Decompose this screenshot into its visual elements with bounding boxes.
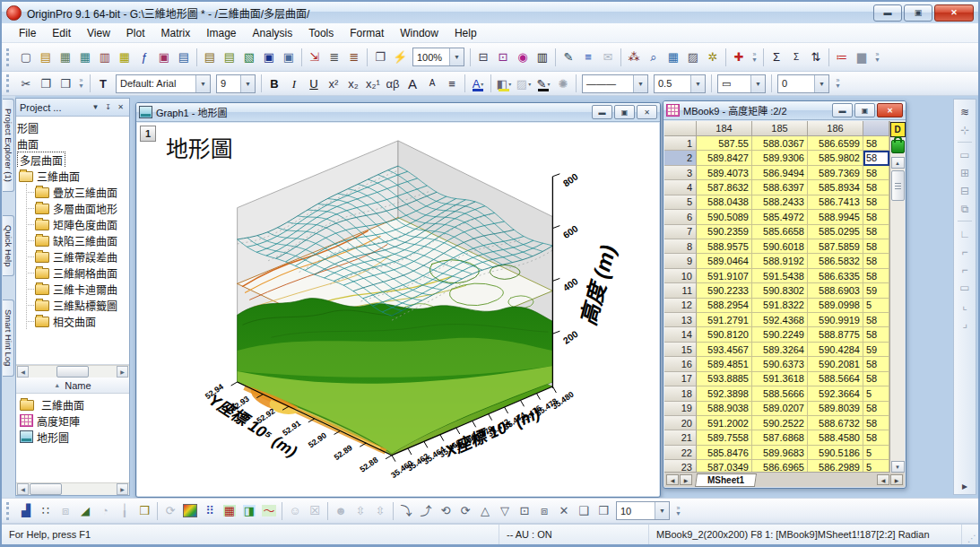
matrix-cell[interactable]: 590.2359 — [697, 225, 752, 239]
decrease-font-button[interactable]: A — [422, 74, 442, 93]
matrix-row-header[interactable]: 19 — [664, 402, 697, 416]
matrix-cell[interactable]: 588.8775 — [808, 327, 863, 342]
matrix-cell-partial[interactable]: 58 — [863, 357, 889, 371]
line-color-button[interactable]: ✎▾ — [533, 74, 553, 93]
matrix-row-header[interactable]: 23 — [664, 460, 697, 472]
menu-file[interactable]: File — [11, 25, 44, 41]
layers-icon[interactable]: ≡ — [578, 48, 598, 66]
matrix-corner-cell[interactable] — [664, 121, 697, 136]
mask-range-icon[interactable]: ☒ — [305, 501, 325, 520]
pin-icon[interactable]: ↧ — [103, 103, 113, 111]
file-list-horizontal-scrollbar[interactable]: ◀ ▶ — [16, 482, 129, 495]
rotation-angle-select[interactable]: 10▼ — [616, 501, 670, 520]
matrix-cell[interactable]: 593.4567 — [697, 343, 752, 357]
align-button[interactable]: ≡ — [442, 74, 462, 93]
tree-subfolder[interactable]: 三維帶誤差曲 — [28, 248, 129, 265]
matrix-cell[interactable]: 589.8039 — [808, 402, 863, 416]
matrix-cell-partial[interactable]: 58 — [863, 416, 889, 430]
supersubscript-button[interactable]: x₂¹ — [363, 74, 383, 93]
import-wizard-icon[interactable]: ⇲ — [305, 48, 325, 66]
decrease-perspective-icon[interactable]: ▽ — [495, 501, 515, 520]
font-size-select[interactable]: 9▼ — [216, 74, 256, 93]
first-sheet-icon[interactable]: ◀ — [666, 474, 679, 485]
column-plot-icon[interactable]: ▟ — [16, 501, 36, 520]
matrix-window-title-bar[interactable]: MBook9 - 高度矩陣 :2/2 ▬ ▣ ✕ — [663, 101, 906, 120]
cube-large-icon[interactable]: ❒ — [594, 501, 613, 520]
results-log-icon[interactable]: ▦ — [663, 48, 683, 66]
matrix-cell-partial[interactable]: 58 — [863, 402, 889, 416]
tree-subfolder[interactable]: 疊放三維曲面 — [28, 184, 129, 200]
matrix-cell[interactable]: 585.9802 — [808, 151, 863, 165]
restore-icon[interactable]: ▣ — [614, 105, 635, 119]
matrix-cell-partial[interactable]: 58 — [863, 195, 889, 210]
import-multiple-icon[interactable]: ≣ — [344, 48, 364, 66]
font-color-button[interactable]: A▾ — [468, 74, 488, 93]
matrix-row-header[interactable]: 1 — [664, 136, 697, 151]
matrix-cell-partial[interactable]: 58 — [863, 254, 889, 268]
rescale-axes-icon[interactable]: ⊹ — [956, 121, 974, 138]
tree-subfolder[interactable]: 多層曲面地形 — [28, 200, 129, 216]
toolbar-overflow-button[interactable]: »▼ — [872, 48, 883, 67]
matrix-vertical-scrollbar[interactable]: D ▲ ▼ — [889, 121, 905, 473]
matrix-cell[interactable]: 587.8632 — [697, 180, 752, 195]
minimize-icon[interactable]: ▬ — [832, 103, 853, 117]
import-ascii-icon[interactable]: ≣ — [325, 48, 344, 66]
new-notes-icon[interactable]: ▤ — [174, 48, 194, 66]
rotate-up-icon[interactable]: ⤴ — [416, 501, 436, 520]
graph-window-title-bar[interactable]: Graph1 - 地形圖 ▬ ▣ ✕ — [136, 103, 660, 122]
matrix-cell[interactable]: 587.6868 — [752, 430, 808, 445]
open-template-icon[interactable]: ▤ — [220, 48, 239, 66]
menu-image[interactable]: Image — [198, 25, 244, 41]
graph-window[interactable]: Graph1 - 地形圖 ▬ ▣ ✕ 1 — [135, 102, 661, 498]
project-explorer-icon[interactable]: ⁂ — [624, 48, 644, 66]
menu-help[interactable]: Help — [447, 25, 485, 41]
open-icon[interactable]: ▤ — [200, 48, 220, 66]
matrix-cell[interactable]: 589.7558 — [697, 430, 752, 445]
menu-analysis[interactable]: Analysis — [245, 25, 301, 41]
tree-horizontal-scrollbar[interactable]: ◀ ▶ — [16, 365, 129, 378]
matrix-cell-partial[interactable]: 59 — [863, 343, 889, 357]
matrix-cell-partial[interactable]: 5 — [863, 299, 889, 313]
matrix-cell[interactable]: 588.6732 — [808, 416, 863, 430]
new-matrix-data-icon[interactable]: ▦ — [115, 48, 134, 66]
minimize-icon[interactable]: ▬ — [592, 105, 612, 119]
matrix-cell[interactable]: 588.9945 — [808, 210, 863, 224]
matrix-row-header[interactable]: 2 — [664, 151, 697, 165]
new-graph-icon[interactable]: ▥ — [95, 48, 115, 66]
matrix-cell[interactable]: 585.8934 — [808, 180, 863, 195]
zoom-select[interactable]: 100%▼ — [412, 48, 464, 66]
matrix-cell[interactable]: 590.5089 — [697, 210, 752, 224]
matrix-cell-partial[interactable]: 59 — [863, 283, 889, 298]
tree-subfolder[interactable]: 缺陷三維曲面 — [28, 232, 129, 248]
matrix-cell[interactable]: 589.0207 — [752, 402, 808, 416]
matrix-cell[interactable]: 591.8322 — [752, 299, 808, 313]
menu-tools[interactable]: Tools — [300, 25, 342, 41]
matrix-cell[interactable]: 591.5438 — [752, 269, 808, 283]
menu-window[interactable]: Window — [392, 25, 447, 41]
font-face-icon[interactable]: T — [93, 74, 113, 93]
menu-view[interactable]: View — [79, 25, 118, 41]
new-matrix-icon[interactable]: ▦ — [75, 48, 95, 66]
matrix-cell[interactable]: 590.6018 — [752, 239, 808, 254]
matrix-row-header[interactable]: 13 — [664, 313, 697, 327]
matrix-cell[interactable]: 588.5664 — [808, 372, 863, 386]
tree-subfolder[interactable]: 矩陣色度曲面 — [28, 216, 129, 232]
matrix-row-header[interactable]: 15 — [664, 343, 697, 357]
capture-icon[interactable]: ◉ — [513, 48, 533, 66]
set-values-icon[interactable]: ≔ — [832, 48, 852, 66]
matrix-cell[interactable]: 587.5859 — [808, 239, 863, 254]
matrix-row-header[interactable]: 16 — [664, 357, 697, 371]
scatter-plot-icon[interactable]: ∷ — [36, 501, 56, 520]
close-button[interactable]: ✕ — [934, 4, 974, 22]
matrix-row-header[interactable]: 22 — [664, 446, 697, 460]
matrix-cell[interactable]: 588.5666 — [752, 386, 808, 401]
draw-icon[interactable]: ✎ — [559, 48, 578, 66]
matrix-cell[interactable]: 586.2989 — [808, 460, 863, 472]
matrix-cell[interactable]: 587.55 — [697, 136, 752, 151]
menu-edit[interactable]: Edit — [44, 25, 79, 41]
side-tab-project-explorer-1-[interactable]: Project Explorer (1) — [3, 99, 14, 192]
unmask-icon[interactable]: ☻ — [331, 501, 351, 520]
matrix-cell[interactable]: 589.8427 — [697, 151, 752, 165]
superscript-button[interactable]: x² — [324, 74, 343, 93]
maximize-button[interactable]: ▣ — [904, 4, 932, 22]
